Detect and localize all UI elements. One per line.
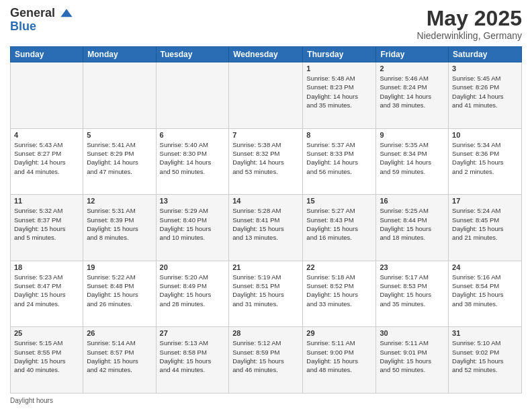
day-number: 18: [14, 263, 79, 271]
calendar-cell: 29Sunrise: 5:11 AM Sunset: 9:00 PM Dayli…: [303, 327, 376, 394]
day-info: Sunrise: 5:24 AM Sunset: 8:45 PM Dayligh…: [452, 206, 518, 242]
day-number: 10: [452, 131, 518, 139]
day-info: Sunrise: 5:23 AM Sunset: 8:47 PM Dayligh…: [14, 273, 79, 308]
footer: Daylight hours: [10, 397, 522, 404]
calendar-week-row: 4Sunrise: 5:43 AM Sunset: 8:27 PM Daylig…: [11, 128, 522, 195]
calendar-week-row: 25Sunrise: 5:15 AM Sunset: 8:55 PM Dayli…: [11, 327, 522, 394]
logo-blue: Blue: [10, 20, 75, 34]
day-number: 28: [232, 329, 299, 337]
day-info: Sunrise: 5:13 AM Sunset: 8:58 PM Dayligh…: [160, 338, 226, 374]
calendar-cell: 20Sunrise: 5:20 AM Sunset: 8:49 PM Dayli…: [156, 261, 229, 327]
day-info: Sunrise: 5:18 AM Sunset: 8:52 PM Dayligh…: [306, 273, 372, 308]
day-info: Sunrise: 5:35 AM Sunset: 8:34 PM Dayligh…: [380, 140, 445, 176]
calendar-cell: [11, 62, 83, 129]
day-info: Sunrise: 5:10 AM Sunset: 9:02 PM Dayligh…: [452, 338, 518, 374]
day-number: 30: [380, 329, 445, 337]
day-info: Sunrise: 5:45 AM Sunset: 8:26 PM Dayligh…: [452, 74, 518, 109]
day-info: Sunrise: 5:12 AM Sunset: 8:59 PM Dayligh…: [232, 338, 299, 374]
day-number: 15: [306, 197, 372, 205]
day-number: 26: [87, 329, 152, 337]
calendar-cell: 15Sunrise: 5:27 AM Sunset: 8:43 PM Dayli…: [303, 195, 376, 261]
day-number: 1: [306, 64, 372, 73]
footer-text: Daylight hours: [10, 397, 53, 404]
calendar-cell: 18Sunrise: 5:23 AM Sunset: 8:47 PM Dayli…: [11, 261, 83, 327]
day-info: Sunrise: 5:22 AM Sunset: 8:48 PM Dayligh…: [87, 273, 152, 308]
calendar-week-row: 1Sunrise: 5:48 AM Sunset: 8:23 PM Daylig…: [11, 62, 522, 129]
day-number: 16: [380, 197, 445, 205]
title-block: May 2025 Niederwinkling, Germany: [417, 7, 522, 41]
calendar-cell: [229, 62, 303, 129]
calendar-cell: 14Sunrise: 5:28 AM Sunset: 8:41 PM Dayli…: [229, 195, 303, 261]
day-number: 2: [380, 64, 445, 73]
calendar-cell: 12Sunrise: 5:31 AM Sunset: 8:39 PM Dayli…: [83, 195, 156, 261]
calendar-week-row: 18Sunrise: 5:23 AM Sunset: 8:47 PM Dayli…: [11, 261, 522, 327]
day-info: Sunrise: 5:11 AM Sunset: 9:00 PM Dayligh…: [306, 338, 372, 374]
day-info: Sunrise: 5:14 AM Sunset: 8:57 PM Dayligh…: [87, 338, 152, 374]
calendar-cell: 4Sunrise: 5:43 AM Sunset: 8:27 PM Daylig…: [11, 128, 83, 195]
day-info: Sunrise: 5:31 AM Sunset: 8:39 PM Dayligh…: [87, 206, 152, 242]
calendar-cell: 31Sunrise: 5:10 AM Sunset: 9:02 PM Dayli…: [449, 327, 522, 394]
day-number: 8: [306, 131, 372, 139]
calendar-cell: 1Sunrise: 5:48 AM Sunset: 8:23 PM Daylig…: [303, 62, 376, 129]
day-number: 24: [452, 263, 518, 271]
calendar-day-header: Saturday: [449, 47, 522, 62]
day-number: 12: [87, 197, 152, 205]
day-number: 11: [14, 197, 79, 205]
page: General Blue May 2025 Niederwinkling, Ge…: [0, 0, 532, 411]
logo-general: General: [10, 7, 75, 20]
header: General Blue May 2025 Niederwinkling, Ge…: [10, 7, 522, 41]
calendar-day-header: Tuesday: [156, 47, 229, 62]
calendar-cell: 10Sunrise: 5:34 AM Sunset: 8:36 PM Dayli…: [449, 128, 522, 195]
calendar-week-row: 11Sunrise: 5:32 AM Sunset: 8:37 PM Dayli…: [11, 195, 522, 261]
calendar-cell: 2Sunrise: 5:46 AM Sunset: 8:24 PM Daylig…: [376, 62, 449, 129]
day-info: Sunrise: 5:17 AM Sunset: 8:53 PM Dayligh…: [380, 273, 445, 308]
calendar-day-header: Thursday: [303, 47, 376, 62]
calendar-cell: 16Sunrise: 5:25 AM Sunset: 8:44 PM Dayli…: [376, 195, 449, 261]
day-info: Sunrise: 5:29 AM Sunset: 8:40 PM Dayligh…: [160, 206, 226, 242]
calendar-header-row: SundayMondayTuesdayWednesdayThursdayFrid…: [11, 47, 522, 62]
day-info: Sunrise: 5:11 AM Sunset: 9:01 PM Dayligh…: [380, 338, 445, 374]
day-number: 7: [232, 131, 299, 139]
day-info: Sunrise: 5:40 AM Sunset: 8:30 PM Dayligh…: [160, 140, 226, 176]
day-number: 5: [87, 131, 152, 139]
calendar-cell: 30Sunrise: 5:11 AM Sunset: 9:01 PM Dayli…: [376, 327, 449, 394]
day-number: 17: [452, 197, 518, 205]
logo: General Blue: [10, 7, 75, 34]
day-number: 9: [380, 131, 445, 139]
day-number: 31: [452, 329, 518, 337]
calendar-cell: 26Sunrise: 5:14 AM Sunset: 8:57 PM Dayli…: [83, 327, 156, 394]
calendar-cell: [156, 62, 229, 129]
location: Niederwinkling, Germany: [417, 30, 522, 41]
day-info: Sunrise: 5:28 AM Sunset: 8:41 PM Dayligh…: [232, 206, 299, 242]
day-number: 6: [160, 131, 226, 139]
day-info: Sunrise: 5:19 AM Sunset: 8:51 PM Dayligh…: [232, 273, 299, 308]
calendar-cell: 22Sunrise: 5:18 AM Sunset: 8:52 PM Dayli…: [303, 261, 376, 327]
calendar-cell: 21Sunrise: 5:19 AM Sunset: 8:51 PM Dayli…: [229, 261, 303, 327]
calendar-cell: 19Sunrise: 5:22 AM Sunset: 8:48 PM Dayli…: [83, 261, 156, 327]
day-number: 13: [160, 197, 226, 205]
month-title: May 2025: [417, 7, 522, 30]
day-number: 20: [160, 263, 226, 271]
calendar-cell: 13Sunrise: 5:29 AM Sunset: 8:40 PM Dayli…: [156, 195, 229, 261]
calendar-cell: 28Sunrise: 5:12 AM Sunset: 8:59 PM Dayli…: [229, 327, 303, 394]
calendar-cell: 3Sunrise: 5:45 AM Sunset: 8:26 PM Daylig…: [449, 62, 522, 129]
calendar-day-header: Sunday: [11, 47, 83, 62]
day-info: Sunrise: 5:41 AM Sunset: 8:29 PM Dayligh…: [87, 140, 152, 176]
day-number: 19: [87, 263, 152, 271]
calendar-cell: 25Sunrise: 5:15 AM Sunset: 8:55 PM Dayli…: [11, 327, 83, 394]
day-number: 23: [380, 263, 445, 271]
day-info: Sunrise: 5:38 AM Sunset: 8:32 PM Dayligh…: [232, 140, 299, 176]
day-info: Sunrise: 5:25 AM Sunset: 8:44 PM Dayligh…: [380, 206, 445, 242]
day-number: 4: [14, 131, 79, 139]
calendar-cell: 23Sunrise: 5:17 AM Sunset: 8:53 PM Dayli…: [376, 261, 449, 327]
calendar-table: SundayMondayTuesdayWednesdayThursdayFrid…: [10, 46, 522, 394]
day-number: 29: [306, 329, 372, 337]
day-info: Sunrise: 5:27 AM Sunset: 8:43 PM Dayligh…: [306, 206, 372, 242]
calendar-cell: 6Sunrise: 5:40 AM Sunset: 8:30 PM Daylig…: [156, 128, 229, 195]
calendar-cell: 7Sunrise: 5:38 AM Sunset: 8:32 PM Daylig…: [229, 128, 303, 195]
day-info: Sunrise: 5:15 AM Sunset: 8:55 PM Dayligh…: [14, 338, 79, 374]
day-number: 27: [160, 329, 226, 337]
calendar-cell: 11Sunrise: 5:32 AM Sunset: 8:37 PM Dayli…: [11, 195, 83, 261]
day-info: Sunrise: 5:34 AM Sunset: 8:36 PM Dayligh…: [452, 140, 518, 176]
day-info: Sunrise: 5:43 AM Sunset: 8:27 PM Dayligh…: [14, 140, 79, 176]
